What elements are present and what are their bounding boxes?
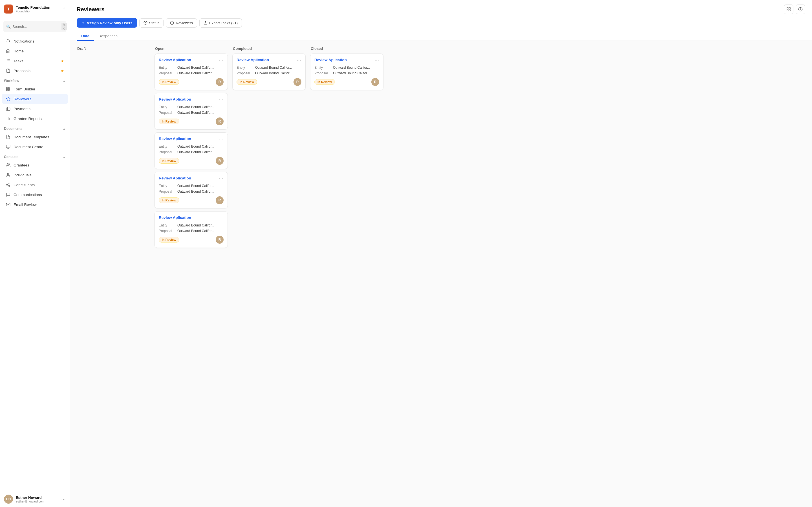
bell-icon — [6, 39, 11, 44]
sidebar-item-grantees[interactable]: Grantees — [2, 160, 68, 170]
card-menu-icon[interactable]: ··· — [219, 58, 223, 63]
assign-review-users-button[interactable]: ＋ Assign Review-only Users — [77, 18, 137, 27]
search-box[interactable]: 🔍 ⌘ K — [3, 21, 66, 32]
sidebar-item-email-review[interactable]: Email Review — [2, 200, 68, 209]
proposal-value: Outward Bound Califor... — [255, 71, 292, 75]
sidebar-item-label: Individuals — [13, 173, 32, 177]
column-header-draft: Draft — [77, 47, 150, 54]
org-info: Temelio Foundation Foundation — [16, 5, 50, 13]
reviewer-avatar: R — [294, 78, 301, 86]
proposal-value: Outward Bound Califor... — [177, 111, 214, 115]
reviewer-avatar: R — [371, 78, 379, 86]
card-title[interactable]: Review Aplication — [159, 97, 191, 101]
sidebar-item-document-centre[interactable]: Document Centre — [2, 142, 68, 152]
chevron-up-icon[interactable]: ▲ — [63, 79, 66, 82]
card-title[interactable]: Review Aplication — [159, 136, 191, 141]
card-footer: In Review R — [314, 78, 379, 86]
card-footer: In Review R — [159, 236, 223, 244]
help-button[interactable] — [796, 4, 805, 14]
entity-label: Entity — [159, 184, 175, 188]
svg-rect-8 — [8, 89, 10, 91]
user-info: Esther Howard esther@howard.com — [16, 496, 45, 503]
grid-icon — [786, 7, 791, 11]
card-header: Review Aplication ··· — [314, 58, 379, 63]
card-menu-icon[interactable]: ··· — [219, 176, 223, 181]
card-header: Review Aplication ··· — [159, 216, 223, 221]
sidebar-item-form-builder[interactable]: Form Builder — [2, 84, 68, 94]
sidebar-item-payments[interactable]: Payments — [2, 104, 68, 114]
svg-rect-26 — [789, 8, 790, 9]
export-tasks-button[interactable]: Export Tasks (21) — [199, 18, 242, 27]
svg-rect-27 — [789, 10, 790, 11]
svg-point-20 — [9, 183, 10, 184]
proposal-value: Outward Bound Califor... — [333, 71, 370, 75]
document-centre-icon — [6, 144, 11, 149]
column-cards-closed: Review Aplication ··· Entity Outward Bou… — [310, 54, 384, 90]
documents-section-header: Documents ▲ — [0, 124, 70, 132]
card-menu-icon[interactable]: ··· — [297, 58, 301, 63]
main-header-top: Reviewers — [77, 4, 805, 14]
reviewers-btn-icon — [170, 21, 174, 25]
sidebar-item-proposals[interactable]: Proposals ★ — [2, 66, 68, 75]
sidebar-item-constituents[interactable]: Constituents — [2, 180, 68, 189]
proposal-label: Proposal — [159, 71, 175, 75]
sidebar-item-reviewers[interactable]: Reviewers — [2, 94, 68, 104]
tab-responses[interactable]: Responses — [94, 32, 122, 41]
card-menu-icon[interactable]: ··· — [219, 136, 223, 142]
more-options-icon[interactable]: ⋯ — [61, 497, 66, 502]
card-proposal-field: Proposal Outward Bound Califor... — [159, 189, 223, 193]
proposals-icon — [6, 68, 11, 73]
user-name: Esther Howard — [16, 496, 45, 500]
sidebar-header[interactable]: T Temelio Foundation Foundation ⌃ — [0, 0, 70, 18]
svg-rect-6 — [6, 87, 8, 89]
card-menu-icon[interactable]: ··· — [219, 216, 223, 221]
sidebar-item-grantee-reports[interactable]: Grantee Reports — [2, 114, 68, 123]
card-title[interactable]: Review Aplication — [237, 58, 269, 62]
main-content: Reviewers ＋ Assign Review-only Users Sta… — [70, 0, 812, 507]
sidebar-item-document-templates[interactable]: Document Templates — [2, 132, 68, 142]
document-templates-icon — [6, 134, 11, 139]
entity-label: Entity — [237, 66, 253, 69]
reviewers-button[interactable]: Reviewers — [166, 18, 197, 27]
task-card: Review Aplication ··· Entity Outward Bou… — [310, 54, 384, 90]
help-icon — [798, 7, 803, 11]
entity-value: Outward Bound Califor... — [177, 184, 214, 188]
svg-rect-11 — [6, 108, 10, 110]
tab-data[interactable]: Data — [77, 32, 94, 41]
sidebar-item-notifications[interactable]: Notifications — [2, 36, 68, 46]
svg-rect-28 — [787, 10, 788, 11]
card-title[interactable]: Review Aplication — [159, 58, 191, 62]
task-card: Review Aplication ··· Entity Outward Bou… — [232, 54, 306, 90]
sidebar-item-tasks[interactable]: Tasks ★ — [2, 56, 68, 66]
card-title[interactable]: Review Aplication — [314, 58, 347, 62]
sidebar: T Temelio Foundation Foundation ⌃ 🔍 ⌘ K … — [0, 0, 70, 507]
card-title[interactable]: Review Aplication — [159, 176, 191, 180]
chevron-up-icon[interactable]: ▲ — [63, 155, 66, 159]
card-title[interactable]: Review Aplication — [159, 216, 191, 220]
task-card: Review Aplication ··· Entity Outward Bou… — [154, 211, 228, 248]
chevron-down-icon[interactable]: ⌃ — [63, 7, 66, 11]
card-menu-icon[interactable]: ··· — [219, 97, 223, 102]
chevron-up-icon[interactable]: ▲ — [63, 127, 66, 130]
sidebar-item-label: Home — [13, 49, 24, 53]
card-menu-icon[interactable]: ··· — [375, 58, 379, 63]
card-proposal-field: Proposal Outward Bound Califor... — [314, 71, 379, 75]
user-avatar: EH — [4, 495, 13, 504]
sidebar-item-home[interactable]: Home — [2, 46, 68, 56]
search-icon: 🔍 — [6, 24, 11, 29]
entity-label: Entity — [314, 66, 331, 69]
sidebar-footer: EH Esther Howard esther@howard.com ⋯ — [0, 491, 70, 507]
sidebar-item-label: Document Templates — [13, 135, 49, 139]
svg-line-23 — [8, 185, 9, 186]
sidebar-item-communications[interactable]: Communications — [2, 190, 68, 200]
task-card: Review Aplication ··· Entity Outward Bou… — [154, 54, 228, 90]
sidebar-item-label: Notifications — [13, 39, 35, 43]
status-button[interactable]: Status — [139, 18, 164, 27]
grid-view-button[interactable] — [784, 4, 794, 14]
svg-point-22 — [9, 186, 10, 187]
search-shortcut: ⌘ K — [61, 23, 67, 31]
search-input[interactable] — [12, 24, 60, 29]
grantee-reports-icon — [6, 116, 11, 121]
proposal-label: Proposal — [314, 71, 331, 75]
sidebar-item-individuals[interactable]: Individuals — [2, 170, 68, 180]
